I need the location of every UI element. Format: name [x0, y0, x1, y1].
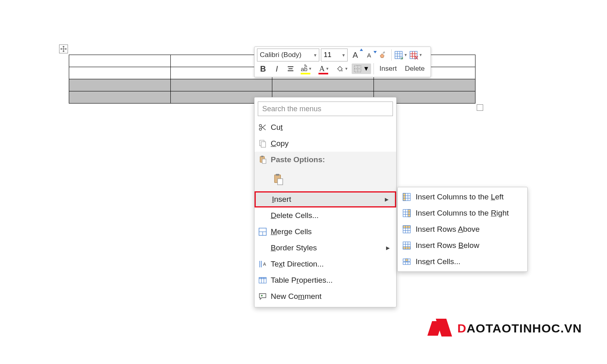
cut-menu-item[interactable]: Cut [255, 119, 396, 135]
svg-text:A: A [263, 262, 266, 267]
clipboard-icon [255, 155, 271, 164]
svg-rect-43 [403, 193, 405, 201]
separator [374, 63, 374, 74]
borders-button[interactable]: ▼ [352, 63, 371, 74]
merge-cells-menu-item[interactable]: Merge Cells [255, 224, 396, 240]
insert-rows-above-item[interactable]: Insert Rows Above [398, 221, 527, 237]
separator [391, 49, 392, 61]
menu-label: Cut [271, 123, 392, 132]
italic-button[interactable]: I [271, 62, 283, 75]
menu-label: Insert [272, 195, 385, 204]
watermark-logo: DAOTAOTINHOC.VN [430, 319, 582, 338]
delete-cells-menu-item[interactable]: Delete Cells... [255, 207, 396, 224]
chevron-down-icon: ▼ [313, 53, 317, 57]
svg-rect-48 [408, 210, 410, 217]
text-direction-menu-item[interactable]: A Text Direction... [255, 256, 396, 272]
svg-rect-29 [278, 179, 283, 185]
copy-icon [255, 139, 271, 148]
shading-button[interactable]: ▼ [334, 62, 350, 75]
chevron-down-icon: ▼ [325, 67, 329, 71]
chevron-down-icon: ▼ [308, 67, 312, 71]
delete-button[interactable]: Delete [401, 62, 428, 75]
chevron-down-icon: ▼ [363, 65, 369, 72]
font-color-button[interactable]: A ▼ [316, 62, 332, 75]
menu-label: Insert Cells... [416, 257, 461, 266]
paste-options-row [255, 168, 396, 191]
copy-menu-item[interactable]: Copy [255, 135, 396, 152]
insert-columns-left-item[interactable]: Insert Columns to the Left [398, 189, 527, 205]
menu-label: Table Properties... [271, 276, 392, 285]
menu-label: Delete Cells... [271, 211, 392, 220]
submenu-arrow-icon: ▶ [386, 245, 390, 251]
insert-menu-item[interactable]: Insert ▶ [255, 191, 396, 207]
logo-icon [430, 319, 453, 338]
grow-font-button[interactable]: A [349, 49, 361, 61]
menu-label: Insert Rows Below [416, 241, 479, 250]
svg-rect-23 [261, 142, 265, 147]
menu-label: Border Styles [271, 243, 386, 252]
table-properties-icon [255, 276, 271, 285]
bold-button[interactable]: B [257, 62, 269, 75]
table-properties-menu-item[interactable]: Table Properties... [255, 272, 396, 288]
svg-rect-37 [259, 277, 266, 279]
new-comment-menu-item[interactable]: New Comment [255, 288, 396, 305]
paste-option-button[interactable] [271, 171, 286, 188]
insert-table-dropdown[interactable]: ▼ [394, 49, 407, 61]
menu-label: Paste Options: [271, 155, 392, 164]
insert-rows-below-item[interactable]: Insert Rows Below [398, 237, 527, 254]
insert-cells-icon [398, 257, 416, 266]
menu-label: Insert Columns to the Right [416, 209, 509, 218]
highlight-color-button[interactable]: ab ✎ ▼ [298, 62, 314, 75]
border-styles-menu-item[interactable]: Border Styles ▶ [255, 240, 396, 256]
insert-col-left-icon [398, 193, 416, 201]
font-size-dropdown[interactable]: 11 ▼ [321, 49, 348, 61]
shrink-font-button[interactable]: A [363, 49, 375, 61]
yellow-highlight-indicator [301, 73, 310, 74]
table-resize-handle[interactable] [477, 104, 483, 111]
insert-cells-item[interactable]: Insert Cells... [398, 254, 527, 270]
text-direction-icon: A [255, 260, 271, 269]
insert-col-right-icon [398, 209, 416, 218]
paste-options-header: Paste Options: [255, 152, 396, 168]
chevron-down-icon: ▼ [419, 53, 422, 57]
table-row[interactable] [69, 79, 475, 91]
delete-table-dropdown[interactable]: ▼ [409, 49, 422, 61]
svg-rect-63 [403, 262, 410, 265]
insert-row-above-icon [398, 225, 416, 234]
search-menus-input[interactable]: Search the menus [258, 102, 393, 116]
menu-label: New Comment [271, 292, 392, 301]
menu-label: Text Direction... [271, 260, 392, 269]
font-size-value: 11 [324, 51, 331, 59]
search-placeholder: Search the menus [262, 105, 321, 113]
menu-label: Insert Rows Above [416, 225, 480, 234]
submenu-arrow-icon: ▶ [385, 197, 388, 202]
insert-submenu: Insert Columns to the Left Insert Column… [397, 187, 528, 272]
insert-columns-right-item[interactable]: Insert Columns to the Right [398, 205, 527, 221]
font-name-dropdown[interactable]: Calibri (Body) ▼ [257, 49, 319, 61]
svg-rect-58 [403, 247, 410, 249]
insert-row-below-icon [398, 241, 416, 250]
comment-icon [255, 292, 271, 301]
svg-rect-26 [262, 159, 266, 163]
format-painter-button[interactable] [377, 49, 389, 61]
svg-rect-64 [405, 259, 408, 261]
merge-cells-icon [255, 227, 271, 236]
mini-toolbar: Calibri (Body) ▼ 11 ▼ A A ▼ ▼ B I ab ✎ [254, 47, 431, 77]
chevron-down-icon: ▼ [345, 67, 348, 71]
insert-button[interactable]: Insert [376, 62, 400, 75]
svg-rect-28 [276, 174, 280, 176]
red-color-indicator [318, 73, 328, 74]
scissors-icon [255, 123, 271, 132]
menu-label: Merge Cells [271, 227, 392, 236]
svg-rect-25 [261, 156, 263, 157]
table-move-handle[interactable] [59, 44, 68, 53]
chevron-down-icon: ▼ [404, 53, 407, 57]
menu-label: Insert Columns to the Left [416, 193, 504, 201]
context-menu: Search the menus Cut Copy Paste Options:… [254, 97, 397, 307]
svg-rect-53 [403, 226, 410, 228]
font-name-value: Calibri (Body) [260, 51, 301, 59]
align-button[interactable] [284, 62, 297, 75]
menu-label: Copy [271, 139, 392, 148]
logo-text: DAOTAOTINHOC.VN [457, 322, 582, 335]
chevron-down-icon: ▼ [342, 53, 346, 57]
